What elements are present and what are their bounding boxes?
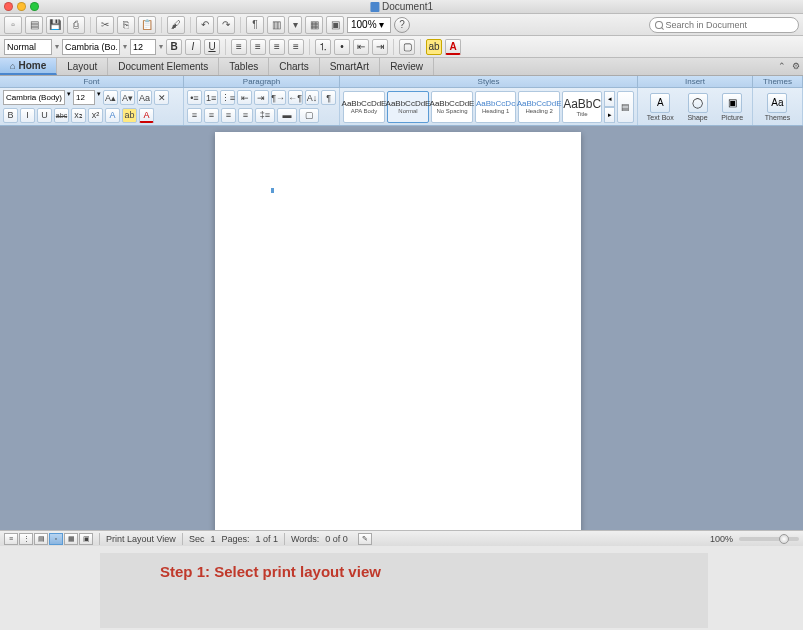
ribbon-italic-button[interactable]: I xyxy=(20,108,35,123)
styles-scroll-left[interactable]: ◂ xyxy=(604,91,615,107)
styles-scroll-right[interactable]: ▸ xyxy=(604,107,615,123)
ltr-button[interactable]: ¶→ xyxy=(271,90,286,105)
grow-font-button[interactable]: A▴ xyxy=(103,90,118,105)
ribbon-fontcolor-button[interactable]: A xyxy=(139,108,154,123)
insert-picture[interactable]: ▣Picture xyxy=(721,93,743,121)
style-title[interactable]: AaBbCTitle xyxy=(562,91,602,123)
draft-view-button[interactable]: ≡ xyxy=(4,533,18,545)
styles-pane-button[interactable]: ▤ xyxy=(617,91,634,123)
print-layout-view-button[interactable]: ▫ xyxy=(49,533,63,545)
zoom-slider[interactable] xyxy=(739,537,799,541)
decrease-indent-button[interactable]: ⇤ xyxy=(353,39,369,55)
search-input[interactable] xyxy=(666,20,793,30)
align-right-button[interactable]: ≡ xyxy=(269,39,285,55)
zoom-level-select[interactable]: 100% ▾ xyxy=(347,17,391,33)
underline-button[interactable]: U xyxy=(204,39,220,55)
cut-button[interactable]: ✂ xyxy=(96,16,114,34)
format-painter-button[interactable]: 🖌 xyxy=(167,16,185,34)
publishing-view-button[interactable]: ▤ xyxy=(34,533,48,545)
style-normal[interactable]: AaBbCcDdENormal xyxy=(387,91,429,123)
line-spacing-button[interactable]: ‡≡ xyxy=(255,108,275,123)
insert-textbox[interactable]: AText Box xyxy=(647,93,674,121)
gallery-button[interactable]: ▦ xyxy=(305,16,323,34)
tab-home[interactable]: ⌂Home xyxy=(0,58,57,75)
ribbon-size-select[interactable] xyxy=(73,90,95,105)
bulleted-list-button[interactable]: • xyxy=(334,39,350,55)
font-family-select[interactable] xyxy=(62,39,120,55)
print-button[interactable]: ⎙ xyxy=(67,16,85,34)
align-center-button[interactable]: ≡ xyxy=(204,108,219,123)
media-button[interactable]: ▣ xyxy=(326,16,344,34)
shrink-font-button[interactable]: A▾ xyxy=(120,90,135,105)
ribbon-highlight-button[interactable]: ab xyxy=(122,108,137,123)
text-effects-button[interactable]: A xyxy=(105,108,120,123)
style-heading1[interactable]: AaBbCcDcHeading 1 xyxy=(475,91,516,123)
rtl-button[interactable]: ←¶ xyxy=(288,90,303,105)
style-apa-body[interactable]: AaBbCcDdEAPA Body xyxy=(343,91,385,123)
clear-format-button[interactable]: ✕ xyxy=(154,90,169,105)
tab-document-elements[interactable]: Document Elements xyxy=(108,58,219,75)
sort-button[interactable]: A↓ xyxy=(305,90,320,105)
strikethrough-button[interactable]: abc xyxy=(54,108,69,123)
dec-indent-button[interactable]: ⇤ xyxy=(237,90,252,105)
insert-shape[interactable]: ◯Shape xyxy=(687,93,707,121)
tab-layout[interactable]: Layout xyxy=(57,58,108,75)
help-button[interactable]: ? xyxy=(394,17,410,33)
numbering-button[interactable]: 1≡ xyxy=(204,90,219,105)
nav-button[interactable]: ▾ xyxy=(288,16,302,34)
search-box[interactable] xyxy=(649,17,799,33)
document-canvas[interactable] xyxy=(0,126,803,530)
paragraph-style-select[interactable] xyxy=(4,39,52,55)
show-marks-button[interactable]: ¶ xyxy=(321,90,336,105)
numbered-list-button[interactable]: ⒈ xyxy=(315,39,331,55)
open-button[interactable]: ▤ xyxy=(25,16,43,34)
change-case-button[interactable]: Aa xyxy=(137,90,152,105)
style-heading2[interactable]: AaBbCcDdEHeading 2 xyxy=(518,91,560,123)
bold-button[interactable]: B xyxy=(166,39,182,55)
borders-button[interactable]: ▢ xyxy=(399,39,415,55)
minimize-window-button[interactable] xyxy=(17,2,26,11)
page[interactable] xyxy=(215,132,581,530)
notebook-view-button[interactable]: ▦ xyxy=(64,533,78,545)
close-window-button[interactable] xyxy=(4,2,13,11)
align-left-button[interactable]: ≡ xyxy=(187,108,202,123)
copy-button[interactable]: ⎘ xyxy=(117,16,135,34)
ribbon-bold-button[interactable]: B xyxy=(3,108,18,123)
style-no-spacing[interactable]: AaBbCcDdENo Spacing xyxy=(431,91,473,123)
ribbon-collapse-button[interactable]: ⌃ xyxy=(775,58,789,74)
bullets-button[interactable]: •≡ xyxy=(187,90,202,105)
new-doc-button[interactable]: ▫ xyxy=(4,16,22,34)
italic-button[interactable]: I xyxy=(185,39,201,55)
zoom-slider-thumb[interactable] xyxy=(779,534,789,544)
align-left-button[interactable]: ≡ xyxy=(231,39,247,55)
outline-view-button[interactable]: ⋮ xyxy=(19,533,33,545)
themes-button[interactable]: AaThemes xyxy=(765,93,790,121)
subscript-button[interactable]: x₂ xyxy=(71,108,86,123)
align-justify-button[interactable]: ≡ xyxy=(238,108,253,123)
redo-button[interactable]: ↷ xyxy=(217,16,235,34)
inc-indent-button[interactable]: ⇥ xyxy=(254,90,269,105)
ribbon-font-select[interactable] xyxy=(3,90,65,105)
tab-tables[interactable]: Tables xyxy=(219,58,269,75)
shading-button[interactable]: ▬ xyxy=(277,108,297,123)
font-color-button[interactable]: A xyxy=(445,39,461,55)
align-justify-button[interactable]: ≡ xyxy=(288,39,304,55)
tab-review[interactable]: Review xyxy=(380,58,434,75)
ribbon-options-button[interactable]: ⚙ xyxy=(789,58,803,74)
align-center-button[interactable]: ≡ xyxy=(250,39,266,55)
multilevel-button[interactable]: ⋮≡ xyxy=(220,90,235,105)
ribbon-underline-button[interactable]: U xyxy=(37,108,52,123)
fullscreen-view-button[interactable]: ▣ xyxy=(79,533,93,545)
increase-indent-button[interactable]: ⇥ xyxy=(372,39,388,55)
save-button[interactable]: 💾 xyxy=(46,16,64,34)
spellcheck-button[interactable]: ✎ xyxy=(358,533,372,545)
undo-button[interactable]: ↶ xyxy=(196,16,214,34)
sidebar-toggle-button[interactable]: ▥ xyxy=(267,16,285,34)
paste-button[interactable]: 📋 xyxy=(138,16,156,34)
font-size-select[interactable] xyxy=(130,39,156,55)
tab-smartart[interactable]: SmartArt xyxy=(320,58,380,75)
borders-button[interactable]: ▢ xyxy=(299,108,319,123)
highlight-color-button[interactable]: ab xyxy=(426,39,442,55)
zoom-window-button[interactable] xyxy=(30,2,39,11)
superscript-button[interactable]: x² xyxy=(88,108,103,123)
